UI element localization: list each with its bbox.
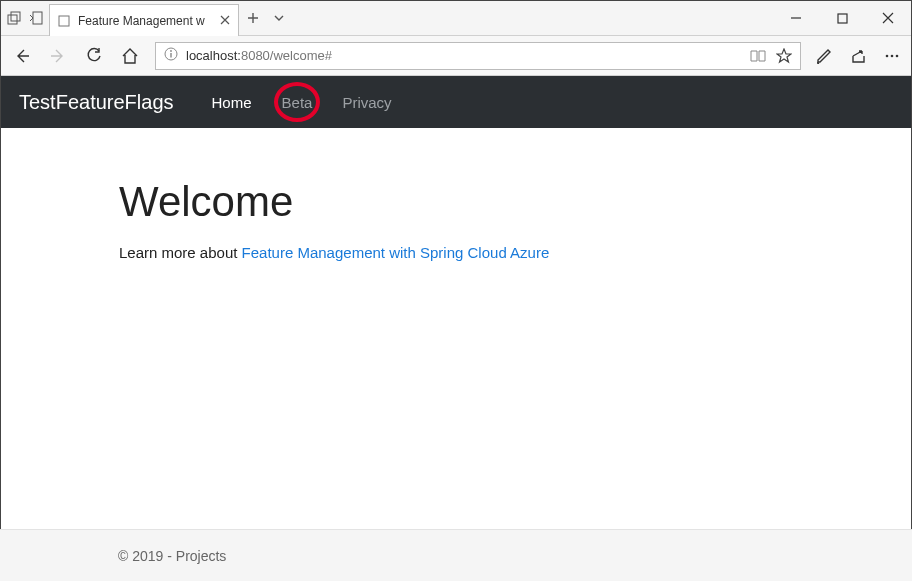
lead-text: Learn more about: [119, 244, 242, 261]
svg-point-10: [896, 54, 899, 57]
new-tab-icon[interactable]: [247, 12, 259, 24]
nav-link-privacy[interactable]: Privacy: [338, 88, 395, 117]
tab-title: Feature Management w: [78, 14, 205, 28]
url-text: localhost:8080/welcome#: [186, 48, 332, 63]
favorite-star-icon[interactable]: [776, 48, 792, 64]
footer-text: © 2019 - Projects: [118, 548, 226, 564]
svg-rect-3: [59, 16, 69, 26]
window-titlebar: Feature Management w: [1, 1, 911, 36]
close-window-button[interactable]: [865, 1, 911, 36]
page-content: Welcome Learn more about Feature Managem…: [1, 128, 911, 558]
url-path: 8080/welcome#: [241, 48, 332, 63]
url-host: localhost:: [186, 48, 241, 63]
page-heading: Welcome: [119, 178, 793, 226]
address-bar[interactable]: localhost:8080/welcome#: [155, 42, 801, 70]
forward-button[interactable]: [47, 47, 69, 65]
reading-view-icon[interactable]: [750, 49, 766, 63]
more-icon[interactable]: [883, 47, 901, 65]
set-aside-icon[interactable]: [29, 11, 43, 25]
brand-title[interactable]: TestFeatureFlags: [19, 91, 174, 114]
svg-point-9: [891, 54, 894, 57]
svg-rect-2: [33, 12, 42, 24]
home-button[interactable]: [119, 47, 141, 65]
window-controls: [773, 1, 911, 35]
notes-icon[interactable]: [815, 47, 833, 65]
title-left-icons: [1, 1, 49, 35]
page-footer: © 2019 - Projects: [0, 529, 912, 581]
share-icon[interactable]: [849, 47, 867, 65]
tab-close-icon[interactable]: [220, 14, 230, 28]
page-icon: [58, 15, 70, 27]
svg-rect-1: [11, 12, 20, 21]
svg-point-8: [886, 54, 889, 57]
svg-rect-4: [838, 14, 847, 23]
minimize-button[interactable]: [773, 1, 819, 36]
svg-point-7: [170, 50, 172, 52]
maximize-button[interactable]: [819, 1, 865, 36]
browser-toolbar: localhost:8080/welcome#: [1, 36, 911, 76]
tab-actions: [239, 1, 293, 35]
nav-link-beta-label: Beta: [282, 94, 313, 111]
svg-rect-6: [170, 53, 171, 58]
tabs-preview-icon[interactable]: [7, 11, 21, 25]
lead-paragraph: Learn more about Feature Management with…: [119, 244, 793, 261]
browser-tab[interactable]: Feature Management w: [49, 4, 239, 36]
site-info-icon[interactable]: [164, 47, 178, 64]
site-navbar: TestFeatureFlags Home Beta Privacy: [1, 76, 911, 128]
back-button[interactable]: [11, 47, 33, 65]
nav-link-home[interactable]: Home: [208, 88, 256, 117]
svg-rect-0: [8, 15, 17, 24]
refresh-button[interactable]: [83, 47, 105, 65]
chevron-down-icon[interactable]: [273, 12, 285, 24]
toolbar-right-icons: [815, 47, 901, 65]
nav-link-beta[interactable]: Beta: [278, 88, 317, 117]
lead-link[interactable]: Feature Management with Spring Cloud Azu…: [242, 244, 550, 261]
